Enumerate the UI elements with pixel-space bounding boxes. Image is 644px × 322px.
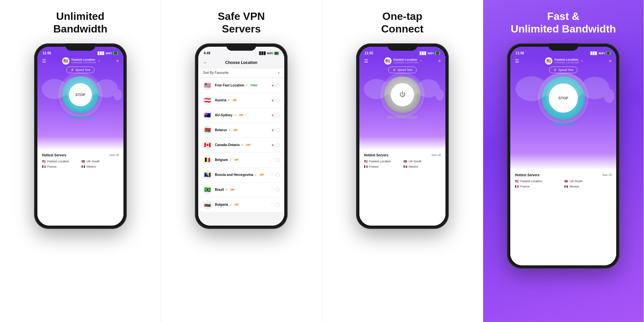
back-arrow-2[interactable]: ← [203, 60, 207, 65]
badge-5: VIP [233, 158, 240, 161]
flag-belgium: 🇧🇪 [203, 155, 212, 165]
location-sub-4: CHANGE LOCATION [554, 61, 579, 64]
list-item-au-sydney[interactable]: 🇦🇺 AU-Sydney ✓ VIP ♥ [198, 108, 284, 123]
heart-empty-8[interactable]: ♡ [270, 202, 274, 207]
svg-point-1 [63, 76, 98, 99]
servers-grid-4: 🇺🇸 Fastest Location 🇬🇧 UK-South 🇫🇷 Franc… [515, 180, 612, 188]
server-item-3-3[interactable]: 🇲🇽 Mexico [403, 165, 441, 168]
flag-belarus: 🇧🇾 [203, 126, 212, 135]
actions-1: ♥ [272, 98, 280, 102]
heart-empty-5[interactable]: ♡ [270, 158, 274, 162]
flag-brazil: 🇧🇷 [203, 185, 212, 194]
server-item-1-3[interactable]: 🇲🇽 Mexico [81, 165, 119, 168]
see-all-1[interactable]: See All [110, 153, 119, 157]
list-item-austria[interactable]: 🇦🇹 Austria ✓ VIP ♥ [198, 93, 284, 108]
list-item-brazil[interactable]: 🇧🇷 Brazil ✓ VIP ♡ [198, 183, 284, 197]
badge-6: VIP [258, 173, 265, 176]
loc-name-text-1: Austria [215, 98, 226, 102]
server-item-4-3[interactable]: 🇲🇽 Mexico [564, 185, 612, 188]
hamburger-icon-1[interactable]: ☰ [42, 58, 46, 64]
server-item-1-1[interactable]: 🇬🇧 UK-South [81, 160, 119, 163]
heart-filled-1[interactable]: ♥ [272, 98, 274, 102]
server-item-3-0[interactable]: 🇺🇸 Fastest Location [364, 160, 401, 163]
vpn-location-1: 🇺🇸 Fastest Location CHANGE LOCATION ♥ [62, 57, 100, 65]
servers-header-1: Hottest Servers See All [42, 153, 119, 157]
servers-grid-1: 🇺🇸 Fastest Location 🇬🇧 UK-South 🇫🇷 Franc… [42, 160, 119, 168]
server-item-3-2[interactable]: 🇫🇷 France [364, 165, 401, 168]
panel-title-3: One-tap Connect [381, 10, 424, 35]
server-item-3-1[interactable]: 🇬🇧 UK-South [403, 160, 441, 163]
server-item-1-2[interactable]: 🇫🇷 France [42, 165, 79, 168]
location-sub-1: CHANGE LOCATION [71, 61, 96, 64]
server-name-1-1: UK-South [87, 160, 100, 163]
actions-5: ♡ [270, 158, 280, 162]
badge-4: VIP [245, 143, 251, 146]
servers-title-4: Hottest Servers [515, 173, 539, 177]
server-name-3-1: UK-South [409, 160, 422, 163]
vpn-top-4: ☰ 🇺🇸 Fastest Location CHANGE LOCATION ♥ … [510, 57, 616, 170]
heart-filled-0[interactable]: ♥ [272, 83, 274, 87]
server-name-4-1: UK-South [570, 180, 582, 183]
check-3: ✓ [228, 129, 231, 132]
hamburger-icon-4[interactable]: ☰ [515, 58, 519, 64]
server-item-4-1[interactable]: 🇬🇧 UK-South [564, 180, 612, 183]
flag-canada: 🇨🇦 [203, 140, 212, 150]
vpn-top-3: ☰ 🇺🇸 Fastest Location CHANGE LOCATION ♥ … [359, 57, 445, 150]
actions-2: ♥ [272, 113, 280, 117]
radio-4[interactable] [276, 143, 280, 147]
heart-empty-6[interactable]: ♡ [270, 173, 274, 177]
vpn-screen-1: ☰ 🇺🇸 Fastest Location CHANGE LOCATION ♥ … [37, 57, 123, 226]
radio-5[interactable] [276, 158, 280, 162]
phone-screen-2: 4:49 ▊▊▊ WiFi ⬛ ← Choose Location Sort B… [198, 47, 284, 226]
location-sub-3: CHANGE LOCATION [393, 61, 418, 64]
radio-0[interactable] [276, 83, 280, 87]
radio-6[interactable] [276, 173, 280, 177]
heart-filled-4[interactable]: ♥ [272, 143, 274, 147]
panel-fast-unlimited: Fast & Unlimited Bandwidth 11:06 ▊▊▊ WiF… [483, 0, 644, 322]
radio-2[interactable] [276, 113, 280, 117]
vpn-bottom-4: Hottest Servers See All 🇺🇸 Fastest Locat… [510, 170, 616, 265]
flag-3: 🇺🇸 [384, 57, 391, 65]
info-canada: Canada-Ontario ✓ VIP [215, 143, 269, 147]
info-free-fast: Free Fast Location ✓ FREE [215, 83, 269, 87]
flag-au: 🇦🇺 [203, 111, 212, 120]
see-all-4[interactable]: See All [602, 173, 612, 177]
heart-filled-3[interactable]: ♥ [272, 128, 274, 132]
phone-frame-2: 4:49 ▊▊▊ WiFi ⬛ ← Choose Location Sort B… [195, 43, 288, 229]
hamburger-icon-3[interactable]: ☰ [364, 58, 368, 64]
phone-frame-4: 11:06 ▊▊▊ WiFi ⬛ [507, 43, 620, 269]
sort-label-2: Sort By Favourite [203, 71, 228, 75]
time-4: 11:06 [516, 51, 524, 55]
server-item-4-0[interactable]: 🇺🇸 Fastest Location [515, 180, 562, 183]
sort-bar-2[interactable]: Sort By Favourite ▾ [198, 68, 284, 78]
server-item-4-2[interactable]: 🇫🇷 France [515, 185, 562, 188]
radio-7[interactable] [276, 188, 280, 192]
list-item-bulgaria[interactable]: 🇧🇬 Bulgaria ✓ VIP ♡ [198, 197, 284, 212]
list-item-bosnia[interactable]: 🇧🇦 Bosnia and Herzegovina ✓ VIP ♡ [198, 168, 284, 183]
radio-8[interactable] [276, 203, 280, 207]
panel-title-1: Unlimited Bandwidth [53, 10, 108, 35]
radio-3[interactable] [276, 128, 280, 132]
list-item-belarus[interactable]: 🇧🇾 Belarus ✓ VIP ♥ [198, 123, 284, 138]
list-item-belgium[interactable]: 🇧🇪 Belgium ✓ VIP ♡ [198, 153, 284, 168]
info-au: AU-Sydney ✓ VIP [215, 113, 269, 117]
list-item-free-fast[interactable]: 🇺🇸 Free Fast Location ✓ FREE ♥ [198, 78, 284, 93]
phone-frame-1: 11:06 ▊▊▊ WiFi ⬛ [34, 43, 127, 229]
loc-name-text-6: Bosnia and Herzegovina [215, 173, 253, 177]
svg-point-3 [113, 89, 122, 100]
heart-empty-7[interactable]: ♡ [270, 188, 274, 192]
svg-point-5 [385, 76, 420, 99]
phone-notch-2 [226, 43, 256, 51]
heart-icon-4: ♥ [581, 59, 583, 63]
servers-title-1: Hottest Servers [42, 153, 67, 157]
see-all-3[interactable]: See All [432, 153, 441, 157]
badge-0: FREE [250, 84, 258, 87]
server-name-1-2: France [47, 165, 57, 168]
radio-1[interactable] [276, 98, 280, 102]
location-label-3: Fastest Location [393, 58, 418, 61]
list-item-canada[interactable]: 🇨🇦 Canada-Ontario ✓ VIP ♥ [198, 138, 284, 153]
server-item-1-0[interactable]: 🇺🇸 Fastest Location [42, 160, 79, 163]
heart-filled-2[interactable]: ♥ [272, 113, 274, 117]
check-0: ✓ [246, 84, 248, 87]
check-2: ✓ [234, 114, 237, 117]
